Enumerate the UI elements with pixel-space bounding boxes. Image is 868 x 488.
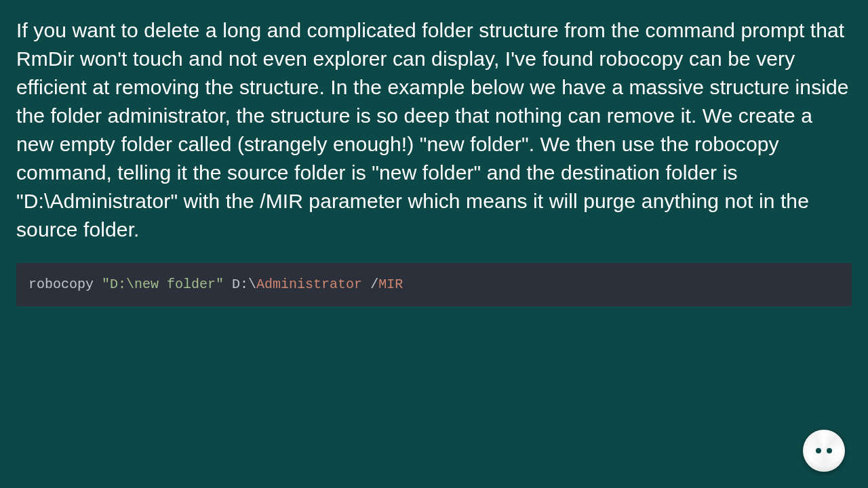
code-token-dest-folder: Administrator [256,277,362,292]
face-eye-icon [827,448,832,453]
code-block: robocopy "D:\new folder" D:\Administrato… [16,263,852,306]
face-eye-icon [816,448,821,453]
code-token-flag: MIR [378,277,403,292]
code-token-command: robocopy [28,277,102,292]
code-token-sep [224,277,232,292]
code-token-source-path: "D:\new folder" [102,277,224,292]
article-content: If you want to delete a long and complic… [0,0,868,306]
chat-widget-button[interactable] [803,430,845,472]
code-token-dest-drive: D:\ [232,277,256,292]
code-token-flag-slash: / [362,277,378,292]
body-paragraph: If you want to delete a long and complic… [16,16,852,244]
